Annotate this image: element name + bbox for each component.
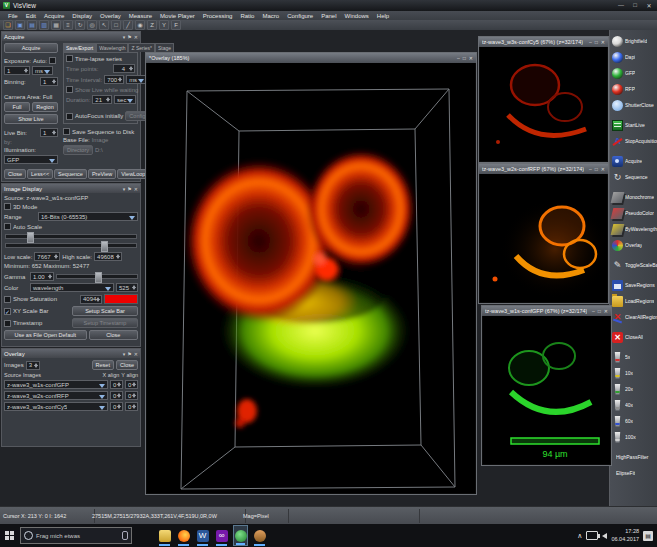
microphone-icon[interactable] <box>122 531 128 540</box>
taskbar-clock[interactable]: 17:28 06.04.2017 <box>611 528 639 542</box>
tool-acquire[interactable]: Acquire <box>610 153 657 169</box>
maximize-button[interactable]: □ <box>630 2 640 9</box>
notification-center-icon[interactable]: ▤ <box>643 531 653 541</box>
color-dropdown[interactable]: wavelength <box>30 283 114 292</box>
show-live-waiting-checkbox[interactable] <box>66 86 73 93</box>
taskbar-app-firefox[interactable] <box>176 525 191 546</box>
open-icon[interactable]: ❏ <box>3 20 13 30</box>
3d-mode-checkbox[interactable] <box>4 203 11 210</box>
images-count-input[interactable]: 3 <box>26 361 40 370</box>
low-scale-input[interactable]: 7667 <box>34 252 60 261</box>
save-icon[interactable]: ▣ <box>15 20 25 30</box>
menu-item-overlay[interactable]: Overlay <box>96 13 125 19</box>
zoom-icon[interactable]: ◎ <box>87 20 97 30</box>
region-icon[interactable]: □ <box>111 20 121 30</box>
exposure-input[interactable]: 1 <box>4 66 30 75</box>
collapse-icon[interactable]: ▾ <box>123 34 126 40</box>
tool-sequence[interactable]: Sequence <box>610 169 657 185</box>
base-file-value[interactable]: Image <box>92 137 109 143</box>
tab-z-series[interactable]: Z Series* <box>128 43 155 52</box>
tab-save-export[interactable]: Save/Export <box>63 43 96 52</box>
show-live-button[interactable]: Show Live <box>4 114 58 124</box>
menu-item-ratio[interactable]: Ratio <box>236 13 258 19</box>
sequence-button[interactable]: Sequence <box>54 169 87 179</box>
setup-scale-bar-button[interactable]: Setup Scale Bar <box>72 306 138 316</box>
tool-clearallregions[interactable]: ClearAllRegions <box>610 309 657 325</box>
tool-closeall[interactable]: CloseAll <box>610 329 657 345</box>
cortana-search-box[interactable]: Frag mich etwas <box>20 527 132 544</box>
copy-icon[interactable]: ▤ <box>27 20 37 30</box>
maximize-icon[interactable]: □ <box>595 166 598 172</box>
overlay-source-dropdown[interactable]: z-wave3_w3s-confCy5 <box>4 402 108 411</box>
xy-scale-bar-checkbox[interactable] <box>4 308 11 315</box>
acquire-button[interactable]: Acquire <box>4 43 58 53</box>
tool-rfp[interactable]: RFP <box>610 81 657 97</box>
menu-item-panel[interactable]: Panel <box>317 13 340 19</box>
start-button[interactable] <box>0 524 20 547</box>
duration-input[interactable]: 21 <box>92 95 112 104</box>
tab-wavelength[interactable]: Wavelength <box>96 43 128 52</box>
auto-scale-checkbox[interactable] <box>4 223 11 230</box>
tool-overlay[interactable]: Overlay <box>610 237 657 253</box>
overlay-source-dropdown[interactable]: z-wave3_w2s-confRFP <box>4 391 108 400</box>
minimize-icon[interactable]: – <box>592 308 595 314</box>
network-display-icon[interactable] <box>586 531 598 540</box>
z-tool-icon[interactable]: Z <box>147 20 157 30</box>
overlay-source-dropdown[interactable]: z-wave3_w1s-confGFP <box>4 380 108 389</box>
tab-stage[interactable]: Stage <box>155 43 174 52</box>
taskbar-app-paint[interactable] <box>252 525 267 546</box>
menu-item-file[interactable]: File <box>4 13 22 19</box>
tool-shutterclose[interactable]: ShutterClose <box>610 97 657 113</box>
tool-100x[interactable]: 100x <box>610 429 657 445</box>
gamma-input[interactable]: 1.00 <box>30 272 54 281</box>
duration-unit-dropdown[interactable]: sec <box>114 95 136 104</box>
taskbar-app-word[interactable]: W <box>195 525 210 546</box>
minimize-button[interactable]: — <box>616 2 626 9</box>
collapse-icon[interactable]: ▾ <box>123 351 126 357</box>
maximize-icon[interactable]: □ <box>598 308 601 314</box>
tool-10x[interactable]: 10x <box>610 365 657 381</box>
close-acquire-button[interactable]: Close <box>4 169 26 179</box>
tool-pseudocolor[interactable]: PseudoColor <box>610 205 657 221</box>
close-overlay-button[interactable]: Close <box>116 360 138 370</box>
preview-button[interactable]: PreView <box>88 169 116 179</box>
refresh-icon[interactable]: ↻ <box>75 20 85 30</box>
collapse-icon[interactable]: ▾ <box>123 186 126 192</box>
tool-togglescalebar[interactable]: ToggleScaleBar <box>610 257 657 273</box>
menu-item-movie-player[interactable]: Movie Player <box>156 13 199 19</box>
taskbar-app-onenote[interactable]: ∞ <box>214 525 229 546</box>
tool-saveregions[interactable]: SaveRegions <box>610 277 657 293</box>
less-button[interactable]: Less<< <box>27 169 53 179</box>
menu-item-acquire[interactable]: Acquire <box>40 13 68 19</box>
close-button[interactable]: ✕ <box>644 2 654 9</box>
tool-startlive[interactable]: StartLive <box>610 117 657 133</box>
tool-20x[interactable]: 20x <box>610 381 657 397</box>
list-icon[interactable]: ≡ <box>63 20 73 30</box>
live-bin-input[interactable]: 1 <box>40 128 58 137</box>
tool-60x[interactable]: 60x <box>610 413 657 429</box>
exposure-unit-dropdown[interactable]: ms <box>32 66 53 75</box>
gfp-canvas[interactable]: 94 µm <box>483 316 610 464</box>
pin-icon[interactable]: ⚑ <box>127 351 131 357</box>
menu-item-measure[interactable]: Measure <box>125 13 156 19</box>
taskbar-app-task-view[interactable] <box>138 525 153 546</box>
panel-close-icon[interactable]: ✕ <box>134 34 138 40</box>
minimize-icon[interactable]: – <box>457 55 460 61</box>
tool-stopacquisition[interactable]: StopAcquisition <box>610 133 657 149</box>
overlay-panel-header[interactable]: Overlay ▾⚑✕ <box>2 349 140 358</box>
panel-close-icon[interactable]: ✕ <box>134 186 138 192</box>
use-as-default-button[interactable]: Use as File Open Default <box>4 330 87 340</box>
region-button[interactable]: Region <box>32 102 58 112</box>
low-scale-slider[interactable] <box>5 234 137 239</box>
menu-item-windows[interactable]: Windows <box>341 13 373 19</box>
saturation-color-swatch[interactable] <box>104 294 138 304</box>
high-scale-input[interactable]: 49608 <box>94 252 122 261</box>
menu-item-processing[interactable]: Processing <box>199 13 237 19</box>
auto-exposure-checkbox[interactable] <box>49 57 56 64</box>
minimize-icon[interactable]: – <box>589 39 592 45</box>
x-align-input[interactable]: 0 <box>110 402 123 411</box>
close-icon[interactable]: ✕ <box>601 39 605 45</box>
y-align-input[interactable]: 0 <box>125 391 138 400</box>
overlay-3d-canvas[interactable] <box>147 63 475 493</box>
circle-tool-icon[interactable]: ◉ <box>135 20 145 30</box>
